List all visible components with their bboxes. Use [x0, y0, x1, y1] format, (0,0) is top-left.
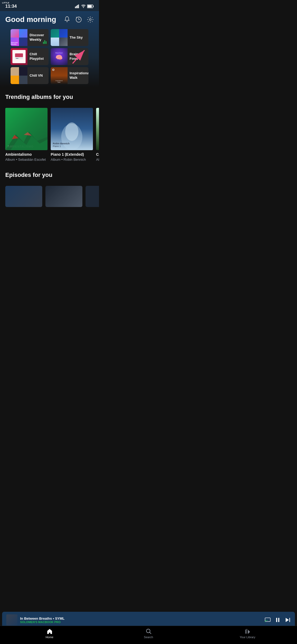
inspirational-walk-label: Inspirational Walk	[68, 71, 89, 80]
playlist-card-discover-weekly[interactable]: DiscoverWeekly Discover Weekly	[11, 29, 49, 46]
brain-food-thumbnail: Brain Food 🧠	[51, 48, 68, 65]
battery-icon	[87, 4, 94, 8]
status-bar: 11:34	[0, 0, 99, 11]
chill-vn-label: Chill VN	[27, 73, 49, 78]
cabot-title: Cabot Tr...	[96, 152, 99, 157]
cabot-sub: Album • Symphor...	[96, 157, 99, 162]
inspirational-walk-thumbnail: InspirationalWalk	[51, 67, 68, 84]
svg-rect-14	[15, 53, 23, 57]
album-card-cabot[interactable]: LITTLE Cabot Tr... Album • Symphor...	[96, 108, 99, 162]
wifi-icon	[81, 4, 86, 8]
signal-icon	[75, 4, 80, 8]
album-card-piano1[interactable]: Robin Bennich Piano 1 Piano 1 (Extended)…	[51, 108, 93, 162]
the-sky-label: The Sky	[68, 35, 89, 40]
the-sky-thumbnail	[51, 29, 68, 46]
header-icons	[64, 16, 94, 23]
episode-card-3[interactable]	[86, 186, 99, 207]
piano1-title: Piano 1 (Extended)	[51, 152, 93, 157]
ambientalismo-title: Ambientalismo	[5, 152, 48, 157]
header-section: Good morning	[0, 11, 99, 87]
brain-food-label: Brain Food	[68, 52, 89, 61]
playlist-grid: DiscoverWeekly Discover Weekly The Sky	[5, 29, 94, 84]
history-icon[interactable]	[75, 16, 82, 23]
svg-point-21	[65, 122, 78, 141]
svg-point-10	[89, 19, 91, 21]
episodes-section-header: Episodes for you	[0, 165, 99, 186]
playlist-card-chill-vn[interactable]: Chill VN	[11, 67, 49, 84]
ambientalismo-art: AMBIENTALISMO	[5, 108, 48, 150]
album-card-ambientalismo[interactable]: AMBIENTALISMO Ambientalismo Album • Seba…	[5, 108, 48, 162]
episodes-title: Episodes for you	[5, 172, 94, 178]
svg-rect-3	[78, 4, 79, 8]
greeting-title: Good morning	[5, 15, 56, 24]
chill-playlist-thumbnail	[11, 48, 27, 65]
playlist-card-chill-playlist[interactable]: Chill Playplist	[11, 48, 49, 65]
episodes-scroll[interactable]	[0, 186, 99, 210]
piano1-sub: Album • Robin Bennich	[51, 157, 93, 162]
svg-rect-2	[77, 5, 78, 8]
cabot-art: LITTLE	[96, 108, 99, 150]
svg-point-4	[83, 7, 84, 8]
trending-title: Trending albums for you	[5, 94, 94, 100]
status-icons	[75, 4, 94, 8]
svg-rect-0	[75, 7, 76, 8]
albums-scroll[interactable]: AMBIENTALISMO Ambientalismo Album • Seba…	[0, 108, 99, 165]
settings-icon[interactable]	[87, 16, 94, 23]
chill-vn-thumbnail	[11, 67, 27, 84]
trending-section-header: Trending albums for you	[0, 87, 99, 108]
svg-rect-15	[16, 58, 18, 59]
svg-rect-6	[93, 6, 94, 7]
chill-playlist-label: Chill Playplist	[27, 52, 49, 61]
discover-weekly-thumbnail: DiscoverWeekly	[11, 29, 27, 46]
playlist-card-the-sky[interactable]: The Sky	[51, 29, 89, 46]
playlist-card-brain-food[interactable]: Brain Food 🧠 Brain Food	[51, 48, 89, 65]
svg-rect-7	[88, 5, 92, 8]
playlist-card-inspirational-walk[interactable]: InspirationalWalk Inspirational Walk	[51, 67, 89, 84]
ambientalismo-sub: Album • Sebastián Escofet	[5, 157, 48, 162]
header-row: Good morning	[5, 15, 94, 24]
episode-card-1[interactable]	[5, 186, 42, 207]
svg-rect-1	[76, 6, 77, 8]
piano1-art: Robin Bennich Piano 1	[51, 108, 93, 150]
bell-icon[interactable]	[64, 16, 70, 23]
episode-card-2[interactable]	[45, 186, 82, 207]
equalizer-bars	[43, 40, 46, 44]
status-time: 11:34	[5, 4, 17, 9]
